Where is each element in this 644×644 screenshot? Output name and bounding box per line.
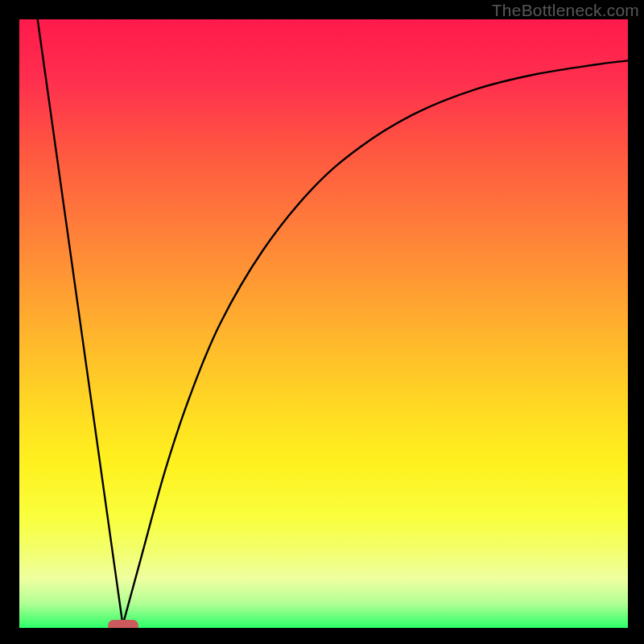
plot-area [19,19,628,628]
attribution-text: TheBottleneck.com [492,1,639,20]
right-saturating-curve [123,60,628,625]
left-v-line [38,19,123,625]
curve-layer [19,19,628,628]
bottleneck-marker [108,620,138,628]
chart-frame: TheBottleneck.com [0,0,644,644]
